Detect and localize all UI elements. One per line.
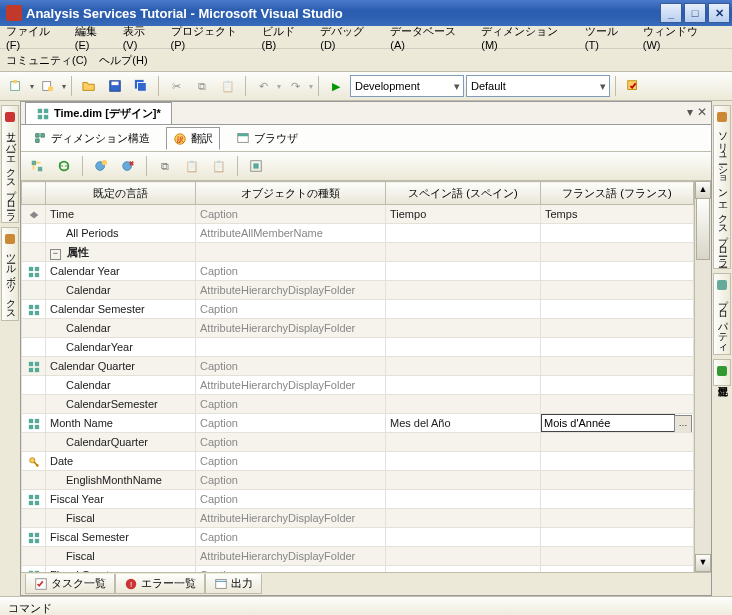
table-row[interactable]: DateCaption <box>22 452 694 471</box>
table-row[interactable]: FiscalAttributeHierarchyDisplayFolder <box>22 509 694 528</box>
cell-default-language[interactable]: Calendar <box>46 319 196 338</box>
table-row[interactable]: CalendarQuarterCaption <box>22 433 694 452</box>
paste-icon[interactable]: 📋 <box>216 74 240 98</box>
cell-object-type[interactable]: AttributeHierarchyDisplayFolder <box>196 509 386 528</box>
paste-special-icon[interactable]: 📋 <box>207 154 231 178</box>
cell-french[interactable] <box>541 395 694 414</box>
cell-object-type[interactable]: Caption <box>196 471 386 490</box>
copy-icon[interactable]: ⧉ <box>190 74 214 98</box>
cell-spanish[interactable] <box>386 281 541 300</box>
new-translation-icon[interactable] <box>89 154 113 178</box>
table-row[interactable]: Calendar QuarterCaption <box>22 357 694 376</box>
tab-translations[interactable]: 訳 翻訳 <box>166 127 220 150</box>
menu-project[interactable]: プロジェクト(P) <box>171 24 250 51</box>
menu-dimension[interactable]: ディメンション(M) <box>481 24 573 51</box>
cell-french[interactable] <box>541 471 694 490</box>
cell-spanish[interactable]: Mes del Año <box>386 414 541 433</box>
process-icon[interactable] <box>25 154 49 178</box>
menu-file[interactable]: ファイル(F) <box>6 24 63 51</box>
reconnect-icon[interactable] <box>52 154 76 178</box>
cell-object-type[interactable]: Caption <box>196 395 386 414</box>
minimize-button[interactable]: _ <box>660 3 682 23</box>
tree-collapse-icon[interactable]: − <box>50 249 61 260</box>
cell-french[interactable] <box>541 433 694 452</box>
cell-object-type[interactable]: Caption <box>196 528 386 547</box>
cell-spanish[interactable] <box>386 357 541 376</box>
new-project-icon[interactable] <box>4 74 28 98</box>
tab-close-icon[interactable]: ✕ <box>697 105 707 119</box>
col-french[interactable]: フランス語 (フランス) <box>541 182 694 205</box>
menu-tools[interactable]: ツール(T) <box>585 24 631 51</box>
cell-french[interactable] <box>541 262 694 281</box>
cell-default-language[interactable]: Fiscal Quarter <box>46 566 196 573</box>
table-row[interactable]: TimeCaptionTiempoTemps <box>22 205 694 224</box>
cell-object-type[interactable]: AttributeHierarchyDisplayFolder <box>196 376 386 395</box>
cell-french[interactable] <box>541 319 694 338</box>
vertical-scrollbar[interactable]: ▲ ▼ <box>694 181 711 572</box>
cell-object-type[interactable]: AttributeHierarchyDisplayFolder <box>196 281 386 300</box>
table-row[interactable]: CalendarAttributeHierarchyDisplayFolder <box>22 319 694 338</box>
tab-error-list[interactable]: !エラー一覧 <box>115 574 205 594</box>
menu-help[interactable]: ヘルプ(H) <box>99 53 147 68</box>
translation-edit-button[interactable]: … <box>674 415 692 433</box>
solution-explorer-tab[interactable]: ソリューション エクスプローラー <box>713 105 731 269</box>
cell-object-type[interactable]: Caption <box>196 205 386 224</box>
cell-object-type[interactable] <box>196 338 386 357</box>
platform-dropdown[interactable]: Default <box>466 75 610 97</box>
tab-output[interactable]: 出力 <box>205 574 262 594</box>
table-row[interactable]: EnglishMonthNameCaption <box>22 471 694 490</box>
tab-browser[interactable]: ブラウザ <box>230 128 304 149</box>
cell-default-language[interactable]: − 属性 <box>46 243 196 262</box>
cell-spanish[interactable] <box>386 319 541 338</box>
cell-french[interactable] <box>541 566 694 573</box>
cell-french[interactable]: Temps <box>541 205 694 224</box>
menu-window[interactable]: ウィンドウ(W) <box>643 24 714 51</box>
cell-french[interactable] <box>541 509 694 528</box>
undo-icon[interactable]: ↶ <box>251 74 275 98</box>
cell-default-language[interactable]: EnglishMonthName <box>46 471 196 490</box>
col-spanish[interactable]: スペイン語 (スペイン) <box>386 182 541 205</box>
scroll-down-icon[interactable]: ▼ <box>695 554 711 572</box>
cell-spanish[interactable] <box>386 471 541 490</box>
menu-debug[interactable]: デバッグ(D) <box>320 24 378 51</box>
table-row[interactable]: Month NameCaptionMes del Año… <box>22 414 694 433</box>
cell-object-type[interactable]: Caption <box>196 262 386 281</box>
col-default-language[interactable]: 既定の言語 <box>46 182 196 205</box>
menu-view[interactable]: 表示(V) <box>123 24 159 51</box>
close-button[interactable]: ✕ <box>708 3 730 23</box>
save-all-icon[interactable] <box>129 74 153 98</box>
scroll-up-icon[interactable]: ▲ <box>695 181 711 199</box>
cell-spanish[interactable] <box>386 433 541 452</box>
properties-tab[interactable]: プロパティ <box>713 273 731 355</box>
cell-object-type[interactable]: AttributeAllMemberName <box>196 224 386 243</box>
cell-spanish[interactable] <box>386 338 541 357</box>
cell-object-type[interactable]: Caption <box>196 490 386 509</box>
delete-translation-icon[interactable] <box>116 154 140 178</box>
server-explorer-tab[interactable]: サーバー エクスプローラ <box>1 105 19 223</box>
cell-spanish[interactable] <box>386 262 541 281</box>
menu-build[interactable]: ビルド(B) <box>262 24 309 51</box>
table-row[interactable]: Calendar SemesterCaption <box>22 300 694 319</box>
table-row[interactable]: FiscalAttributeHierarchyDisplayFolder <box>22 547 694 566</box>
cell-spanish[interactable]: Tiempo <box>386 205 541 224</box>
cell-spanish[interactable] <box>386 528 541 547</box>
cell-spanish[interactable] <box>386 452 541 471</box>
cell-object-type[interactable]: AttributeHierarchyDisplayFolder <box>196 547 386 566</box>
menu-edit[interactable]: 編集(E) <box>75 24 111 51</box>
cell-spanish[interactable] <box>386 547 541 566</box>
table-row[interactable]: CalendarYear <box>22 338 694 357</box>
save-icon[interactable] <box>103 74 127 98</box>
cell-french[interactable] <box>541 357 694 376</box>
cell-default-language[interactable]: Calendar Semester <box>46 300 196 319</box>
cell-default-language[interactable]: Calendar <box>46 281 196 300</box>
cell-spanish[interactable] <box>386 224 541 243</box>
cell-spanish[interactable] <box>386 300 541 319</box>
cell-default-language[interactable]: CalendarYear <box>46 338 196 357</box>
cell-object-type[interactable]: Caption <box>196 452 386 471</box>
find-icon[interactable] <box>621 74 645 98</box>
cell-spanish[interactable] <box>386 566 541 573</box>
cell-default-language[interactable]: Calendar Year <box>46 262 196 281</box>
translation-edit-input[interactable] <box>541 414 675 432</box>
menu-community[interactable]: コミュニティ(C) <box>6 53 87 68</box>
tab-dimension-structure[interactable]: ディメンション構造 <box>27 128 156 149</box>
